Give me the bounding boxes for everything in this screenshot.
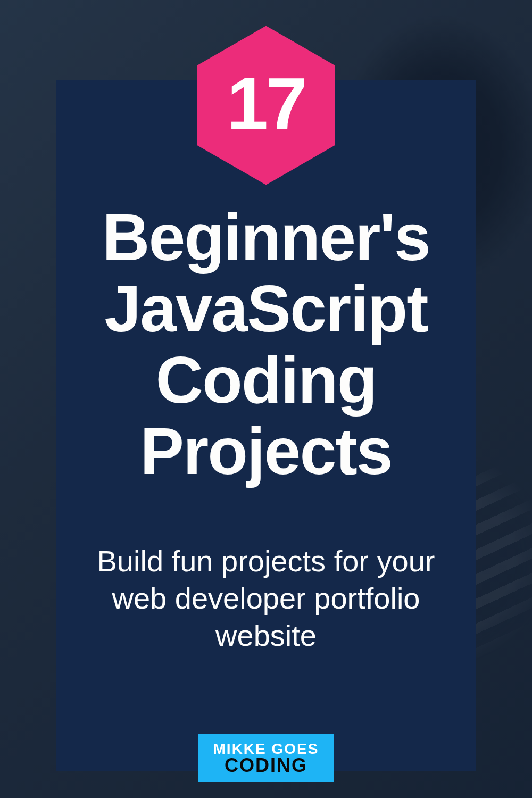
main-title: Beginner's JavaScript Coding Projects (56, 202, 476, 487)
logo-line-2: CODING (213, 757, 319, 775)
hexagon-badge: 17 (197, 26, 335, 185)
brand-logo: MIKKE GOES CODING (198, 734, 334, 782)
subtitle: Build fun projects for your web develope… (77, 543, 455, 654)
badge-number: 17 (227, 61, 305, 147)
